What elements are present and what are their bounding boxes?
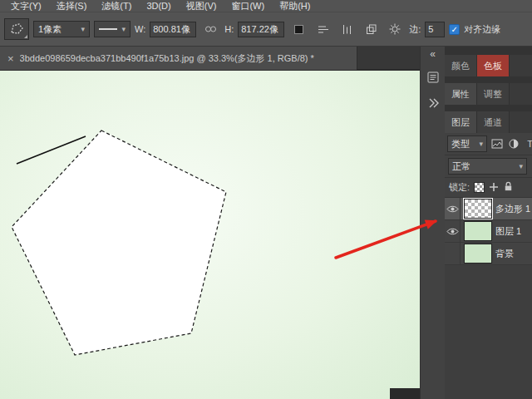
sides-input[interactable] (425, 22, 445, 37)
sides-label: 边: (409, 23, 421, 36)
lock-row: 锁定: (445, 178, 532, 198)
new-selection-icon[interactable] (288, 20, 308, 38)
properties-adjustments-tabs: 属性 调整 (445, 83, 532, 105)
close-tab-icon[interactable]: × (7, 53, 14, 64)
preset-corner-arrow-icon (24, 35, 27, 38)
tab-channels[interactable]: 通道 (477, 111, 510, 133)
chevron-down-icon: ▾ (81, 25, 85, 33)
lock-label: 锁定: (449, 181, 470, 194)
tab-adjustments[interactable]: 调整 (477, 83, 510, 105)
blend-mode-value: 正常 (452, 160, 470, 173)
layer-name[interactable]: 多边形 1 (495, 203, 530, 215)
lock-all-icon[interactable] (503, 181, 514, 194)
tab-swatches[interactable]: 色板 (477, 55, 510, 76)
menu-view[interactable]: 视图(V) (179, 0, 224, 12)
layer-filter-row: 类型 ▾ T (445, 133, 532, 155)
list-panel-icon[interactable] (424, 68, 442, 86)
tab-color[interactable]: 颜色 (445, 55, 477, 76)
menu-window[interactable]: 窗口(W) (224, 0, 272, 12)
tab-layers[interactable]: 图层 (445, 111, 477, 133)
height-label: H: (224, 24, 234, 34)
link-dimensions-icon[interactable] (200, 20, 220, 38)
photoshop-window: 文字(Y) 选择(S) 滤镜(T) 3D(D) 视图(V) 窗口(W) 帮助(H… (0, 0, 532, 399)
pasteboard-corner (390, 388, 420, 399)
layers-channels-tabs: 图层 通道 (445, 111, 532, 133)
menu-bar: 文字(Y) 选择(S) 滤镜(T) 3D(D) 视图(V) 窗口(W) 帮助(H… (0, 0, 532, 12)
stroke-style-dropdown[interactable]: ▾ (94, 21, 131, 37)
menu-filter[interactable]: 滤镜(T) (94, 0, 139, 12)
blend-mode-dropdown[interactable]: 正常 ▾ (448, 158, 527, 175)
panel-icon-strip: « (420, 47, 445, 399)
canvas-graphics (0, 71, 420, 399)
type-filter-icon[interactable]: T (523, 137, 532, 151)
layer-name[interactable]: 图层 1 (495, 225, 521, 238)
menu-3d[interactable]: 3D(D) (139, 0, 178, 12)
document-tab[interactable]: × 3bdde098659decba371bb490f1a75b13.jpg @… (0, 47, 357, 70)
document-title: 3bdde098659decba371bb490f1a75b13.jpg @ 3… (20, 52, 314, 65)
visibility-cell[interactable] (445, 220, 461, 242)
menu-select[interactable]: 选择(S) (49, 0, 95, 12)
tool-preset-picker[interactable] (4, 18, 29, 40)
layer-row-layer1[interactable]: 图层 1 (445, 220, 532, 243)
feather-value: 1像素 (38, 23, 62, 36)
width-label: W: (135, 24, 145, 34)
layer-list: 多边形 1 图层 1 背景 (445, 198, 532, 399)
filter-type-dropdown[interactable]: 类型 ▾ (447, 135, 487, 152)
color-swatches-tabs: 颜色 色板 (445, 55, 532, 76)
align-bars-icon[interactable] (313, 20, 332, 38)
menu-type[interactable]: 文字(Y) (3, 0, 49, 12)
menu-help[interactable]: 帮助(H) (272, 0, 318, 12)
collapse-panels-icon[interactable]: « (430, 47, 436, 61)
document-tab-bar: × 3bdde098659decba371bb490f1a75b13.jpg @… (0, 47, 420, 70)
blend-mode-row: 正常 ▾ (445, 155, 532, 178)
height-input[interactable] (238, 22, 284, 37)
tool-options-bar: 1像素 ▾ ▾ W: H: (0, 12, 532, 47)
layer-thumbnail[interactable] (464, 199, 492, 219)
chevron-down-icon: ▾ (519, 162, 523, 170)
align-edges-label: 对齐边缘 (464, 23, 500, 36)
eye-icon (446, 227, 459, 236)
polygonal-lasso-icon (9, 22, 24, 37)
right-panel-column: 颜色 色板 属性 调整 图层 通道 类型 ▾ (445, 47, 532, 399)
chevron-down-icon: ▾ (121, 25, 126, 33)
stacked-layers-icon[interactable] (361, 20, 381, 38)
lock-transparency-icon[interactable] (474, 182, 485, 193)
layer-row-background[interactable]: 背景 (445, 243, 532, 265)
gear-icon[interactable] (385, 20, 405, 38)
visibility-cell[interactable] (445, 198, 461, 219)
canvas-area[interactable] (0, 70, 420, 399)
layer-row-polygon[interactable]: 多边形 1 (445, 198, 532, 220)
eye-icon (446, 204, 459, 214)
distribute-bars-icon[interactable] (337, 20, 357, 38)
lock-position-icon[interactable] (489, 182, 499, 194)
arrows-panel-icon[interactable] (424, 94, 442, 112)
chevron-down-icon: ▾ (479, 140, 483, 148)
stroke-line-icon (99, 28, 117, 30)
pixel-filter-icon[interactable] (490, 137, 504, 151)
filter-type-value: 类型 (451, 138, 470, 150)
pentagon-selection[interactable] (12, 131, 226, 355)
layers-panel-body: 类型 ▾ T (445, 133, 532, 399)
visibility-cell-empty[interactable] (445, 243, 461, 264)
align-edges-checkbox[interactable]: ✓ (449, 24, 460, 35)
width-input[interactable] (150, 22, 196, 37)
layer-thumbnail[interactable] (464, 244, 492, 264)
adjustment-filter-icon[interactable] (506, 137, 520, 151)
square-glyph (294, 25, 303, 34)
layer-name[interactable]: 背景 (495, 248, 514, 260)
tab-properties[interactable]: 属性 (445, 83, 477, 105)
feather-dropdown[interactable]: 1像素 ▾ (33, 21, 90, 37)
layer-thumbnail[interactable] (464, 221, 492, 241)
